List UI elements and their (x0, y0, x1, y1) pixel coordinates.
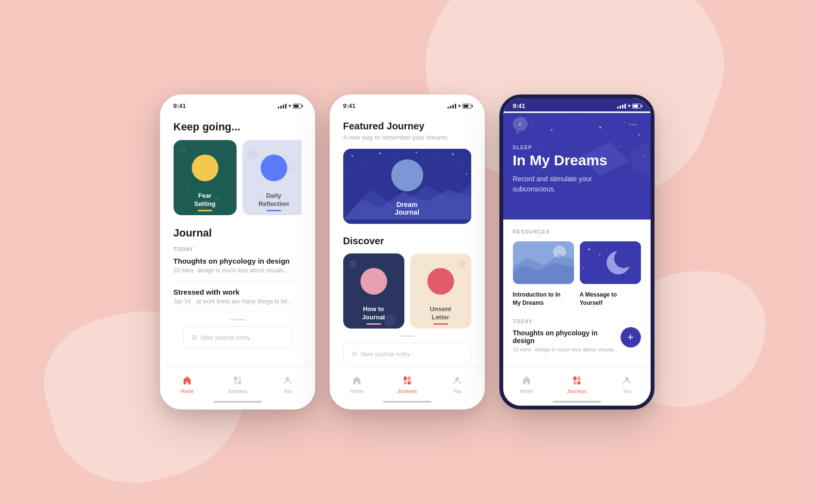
detail-header: ‹ ··· SLEEP In My Dreams Record and stim… (503, 113, 651, 220)
journal-title: Journal (174, 227, 302, 239)
detail-title: In My Dreams (503, 150, 651, 170)
signal-1 (278, 104, 287, 109)
status-icons-2: ▾ (447, 103, 471, 109)
detail-entry-mins: 10 mins (513, 346, 532, 352)
discover-cards: How toJournal UnsentLetter (343, 253, 471, 329)
svg-point-16 (379, 153, 381, 155)
home-indicator-1 (213, 401, 262, 403)
svg-rect-62 (573, 381, 576, 384)
svg-point-5 (247, 150, 257, 159)
resource-cards: Introduction to InMy Dreams (513, 241, 641, 307)
phone-detail: 9:41 ▾ (499, 94, 654, 410)
battery-3 (632, 104, 641, 109)
detail-entry-title: Thoughts on phycology in design (513, 329, 621, 345)
svg-rect-34 (403, 381, 406, 384)
today-label-detail: TODAY (513, 319, 641, 324)
journeys-content: Featured Journey A new way to remember y… (334, 113, 481, 406)
nav-journeys-3[interactable]: Journeys (567, 374, 587, 394)
nav-journeys-2[interactable]: Journeys (398, 374, 417, 394)
battery-1 (293, 104, 302, 109)
nav-home-1[interactable]: Home (181, 374, 194, 394)
journey-cards-row[interactable]: FearSetting DailyReflection (174, 140, 302, 215)
svg-rect-32 (403, 377, 406, 380)
back-button[interactable]: ‹ (513, 117, 527, 131)
svg-point-36 (456, 377, 459, 380)
fear-setting-progress (198, 210, 212, 211)
svg-point-0 (179, 146, 187, 154)
nav-you-2[interactable]: You (451, 374, 463, 394)
fear-setting-card[interactable]: FearSetting (174, 140, 237, 215)
nav-you-3[interactable]: You (621, 374, 633, 394)
resource-1-wrapper: Introduction to InMy Dreams (513, 241, 574, 307)
home-content: Keep going... (164, 113, 311, 395)
nav-home-label-3: Home (520, 389, 533, 394)
resource-1-title: Introduction to InMy Dreams (513, 291, 574, 307)
phone-journeys: 9:41 ▾ Featured Journey A new way (330, 94, 485, 410)
detail-nav: ‹ ··· (503, 113, 651, 135)
journeys-icon-2 (401, 374, 414, 387)
featured-sub: A new way to remember your dreams. (343, 134, 471, 141)
how-to-label: How toJournal (362, 305, 385, 322)
more-button[interactable]: ··· (626, 117, 641, 131)
dream-journal-card[interactable]: DreamJournal (343, 149, 471, 224)
nav-journeys-1[interactable]: Journeys (228, 374, 248, 394)
resource-card-1[interactable] (513, 241, 574, 284)
entry-2-meta: Jan 14 at work there are many things to … (174, 298, 302, 305)
journal-entry-1[interactable]: Thoughts on phycology in design 10 mins … (174, 257, 302, 281)
detail-screen: ‹ ··· SLEEP In My Dreams Record and stim… (503, 113, 651, 406)
fab-button[interactable]: + (621, 327, 641, 347)
svg-point-6 (287, 166, 294, 173)
journeys-icon-1 (231, 374, 244, 387)
resource-2-wrapper: A Message toYourself (580, 241, 641, 307)
bottom-nav-3: Home Journeys (503, 367, 651, 406)
daily-reflection-progress (267, 210, 281, 211)
nav-journeys-label-3: Journeys (567, 389, 587, 394)
unsent-letter-card[interactable]: UnsentLetter (410, 253, 471, 329)
entry-1-mins: 10 mins (174, 267, 194, 274)
daily-reflection-card[interactable]: DailyReflection (242, 140, 302, 215)
new-entry-bar-1[interactable]: ⊞ New journal entry... (183, 326, 292, 348)
svg-point-59 (583, 268, 584, 268)
you-icon-2 (451, 374, 463, 387)
new-entry-plus-1: ⊞ (192, 333, 197, 341)
nav-home-label-1: Home (181, 389, 194, 394)
status-icons-1: ▾ (278, 103, 302, 109)
resource-card-2[interactable] (580, 241, 641, 284)
svg-point-23 (466, 173, 467, 174)
svg-point-24 (391, 159, 423, 191)
nav-you-1[interactable]: You (281, 374, 294, 394)
svg-point-56 (614, 249, 633, 268)
battery-2 (463, 104, 471, 109)
keep-going-title: Keep going... (174, 121, 302, 133)
nav-home-3[interactable]: Home (520, 374, 533, 394)
detail-desc: Record and stimulate yoursubconscious. (503, 170, 651, 198)
status-icons-3: ▾ (617, 103, 641, 109)
detail-entry[interactable]: Thoughts on phycology in design 10 mins … (513, 329, 641, 352)
notch-3 (545, 98, 608, 111)
journeys-icon-3 (571, 374, 583, 387)
svg-point-22 (347, 171, 348, 172)
nav-you-label-1: You (284, 389, 292, 394)
you-icon-1 (281, 374, 294, 387)
phone-2-content: 9:41 ▾ Featured Journey A new way (334, 98, 481, 406)
journal-entry-2[interactable]: Stressed with work Jan 14 at work there … (174, 288, 302, 312)
phone-2-inner: Featured Journey A new way to remember y… (334, 113, 481, 406)
svg-rect-8 (234, 377, 237, 380)
svg-point-57 (588, 248, 590, 250)
svg-rect-9 (238, 377, 241, 380)
new-entry-bar-2[interactable]: ⊞ New journal entry... (343, 343, 471, 365)
wifi-3: ▾ (628, 103, 630, 109)
svg-rect-10 (234, 381, 237, 384)
daily-reflection-circle (260, 155, 287, 181)
svg-point-4 (186, 187, 190, 190)
signal-3 (617, 104, 626, 109)
nav-home-2[interactable]: Home (351, 374, 364, 394)
time-2: 9:41 (343, 102, 356, 110)
how-to-journal-card[interactable]: How toJournal (343, 253, 404, 329)
resources-label: RESOURCES (513, 229, 641, 235)
svg-point-29 (384, 315, 396, 326)
scroll-indicator (174, 319, 302, 320)
detail-body: RESOURCES (503, 220, 651, 362)
bottom-nav-2: Home Journeys (334, 367, 481, 406)
nav-journeys-label-1: Journeys (228, 389, 248, 394)
